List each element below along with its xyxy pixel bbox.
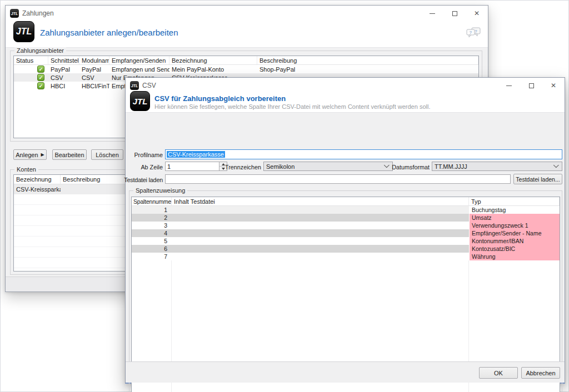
providers-table-header: Status Schnittstelle Modulname Empfangen… bbox=[14, 56, 478, 65]
typ-cell[interactable]: Verwendungszweck 1 bbox=[469, 222, 560, 229]
typ-cell[interactable]: Buchungstag bbox=[469, 206, 560, 214]
desktop: JTL Zahlungen ✕ JTL Zahlungsanbieter anl… bbox=[0, 0, 569, 392]
group-label: Spaltenzuweisung bbox=[133, 187, 187, 194]
testdatei-laden-button[interactable]: Testdatei laden... bbox=[513, 174, 562, 184]
jtl-app-icon: JTL bbox=[130, 81, 139, 90]
datumsformat-select[interactable]: TT.MM.JJJJ bbox=[432, 162, 562, 171]
column-header-beschreibung[interactable]: Beschreibung bbox=[257, 56, 478, 64]
mapping-table-header: Spaltennummer Inhalt Testdatei Typ bbox=[132, 197, 560, 206]
jtl-logo: JTL bbox=[130, 91, 150, 111]
ok-button[interactable]: OK bbox=[479, 367, 518, 379]
table-row[interactable]: ✓ PayPal PayPal Empfangen und Senden Mei… bbox=[14, 65, 478, 73]
testdatei-input-wrap bbox=[165, 174, 511, 184]
column-header-empfangen-senden[interactable]: Empfangen/Senden bbox=[109, 56, 169, 64]
column-header-schnittstelle[interactable]: Schnittstelle bbox=[48, 56, 79, 64]
mapping-row[interactable]: 6 Kontozusatz/BIC bbox=[132, 245, 560, 253]
help-chat-icon[interactable]: ? ? bbox=[466, 27, 481, 40]
jtl-logo: JTL bbox=[13, 21, 34, 42]
typ-cell[interactable]: Kontonummer/IBAN bbox=[469, 237, 560, 245]
mapping-row[interactable]: 3 Verwendungszweck 1 bbox=[132, 222, 560, 229]
bearbeiten-button[interactable]: Bearbeiten bbox=[52, 149, 87, 160]
close-button[interactable]: ✕ bbox=[466, 6, 488, 21]
column-header-spaltennummer[interactable]: Spaltennummer bbox=[132, 197, 172, 205]
mapping-row[interactable]: 7 Währung bbox=[132, 253, 560, 260]
trennzeichen-label: Trennzeichen bbox=[224, 164, 261, 170]
window-title: CSV bbox=[142, 82, 156, 89]
window-title: Zahlungen bbox=[22, 9, 54, 17]
testdatei-input[interactable] bbox=[167, 175, 509, 183]
minimize-button[interactable] bbox=[421, 6, 443, 21]
chevron-down-icon bbox=[384, 162, 390, 168]
column-header-modulname[interactable]: Modulname bbox=[79, 56, 109, 64]
dialog-title: CSV für Zahlungsabgleich vorbereiten bbox=[154, 94, 286, 103]
typ-cell[interactable]: Währung bbox=[469, 253, 560, 260]
column-header-typ[interactable]: Typ bbox=[469, 197, 560, 205]
close-button[interactable]: ✕ bbox=[542, 78, 565, 93]
maximize-icon bbox=[529, 83, 534, 88]
group-label: Konten bbox=[14, 166, 38, 173]
mapping-row[interactable]: 2 Umsatz bbox=[132, 214, 560, 222]
maximize-icon bbox=[452, 11, 457, 16]
csv-titlebar: JTL CSV ✕ bbox=[126, 78, 565, 93]
testdatei-label: Testdatei laden bbox=[124, 177, 163, 183]
loeschen-button[interactable]: Löschen bbox=[91, 149, 123, 160]
window-csv: JTL CSV ✕ JTL CSV für Zahlungsabgleich v… bbox=[125, 77, 565, 384]
profilname-input[interactable]: CSV-Kreissparkasse bbox=[165, 149, 562, 159]
column-header-bezeichnung[interactable]: Bezeichnung bbox=[169, 56, 257, 64]
csv-dialog-body: Profilname CSV-Kreissparkasse Ab Zeile 1… bbox=[126, 113, 565, 383]
jtl-app-icon: JTL bbox=[10, 9, 19, 18]
dialog-title: Zahlungsanbieter anlegen/bearbeiten bbox=[40, 28, 178, 37]
column-header-status[interactable]: Status bbox=[14, 56, 48, 64]
svg-text:?: ? bbox=[475, 29, 477, 34]
typ-cell[interactable]: Umsatz bbox=[469, 214, 560, 222]
profilname-label: Profilname bbox=[126, 152, 163, 158]
dialog-subtitle: Hier können Sie festlegen, welche Spalte… bbox=[154, 103, 430, 110]
column-header-inhalt-testdatei[interactable]: Inhalt Testdatei bbox=[172, 197, 469, 205]
mapping-row[interactable]: 5 Kontonummer/IBAN bbox=[132, 237, 560, 245]
mapping-row[interactable]: 4 Empfänger/Sender - Name bbox=[132, 229, 560, 237]
status-check-icon: ✓ bbox=[37, 66, 44, 73]
typ-cell[interactable]: Empfänger/Sender - Name bbox=[469, 229, 560, 237]
column-header-bezeichnung[interactable]: Bezeichnung bbox=[14, 175, 61, 184]
mapping-row[interactable]: 1 Buchungstag bbox=[132, 206, 560, 214]
status-check-icon: ✓ bbox=[37, 74, 44, 81]
minimize-icon bbox=[430, 13, 435, 14]
selected-text: CSV-Kreissparkasse bbox=[167, 151, 225, 158]
abbrechen-button[interactable]: Abbrechen bbox=[521, 367, 560, 379]
datumsformat-label: Datumsformat bbox=[392, 164, 430, 170]
group-label: Zahlungsanbieter bbox=[14, 47, 66, 54]
maximize-button[interactable] bbox=[443, 6, 466, 21]
trennzeichen-select[interactable]: Semikolon bbox=[263, 162, 393, 171]
svg-text:?: ? bbox=[470, 30, 472, 35]
typ-cell[interactable]: Kontozusatz/BIC bbox=[469, 245, 560, 253]
ab-zeile-stepper[interactable]: 1 bbox=[165, 162, 227, 171]
minimize-icon bbox=[506, 86, 512, 86]
status-check-icon: ✓ bbox=[37, 82, 44, 89]
zahlungen-titlebar: JTL Zahlungen ✕ bbox=[6, 6, 488, 21]
minimize-button[interactable] bbox=[498, 78, 520, 93]
dialog-footer: OK Abbrechen bbox=[126, 361, 565, 383]
maximize-button[interactable] bbox=[520, 78, 542, 93]
menu-arrow-icon: ▶ bbox=[41, 152, 44, 157]
chevron-down-icon bbox=[553, 162, 559, 168]
ab-zeile-label: Ab Zeile bbox=[126, 164, 163, 170]
anlegen-button[interactable]: Anlegen ▶ bbox=[13, 149, 47, 160]
